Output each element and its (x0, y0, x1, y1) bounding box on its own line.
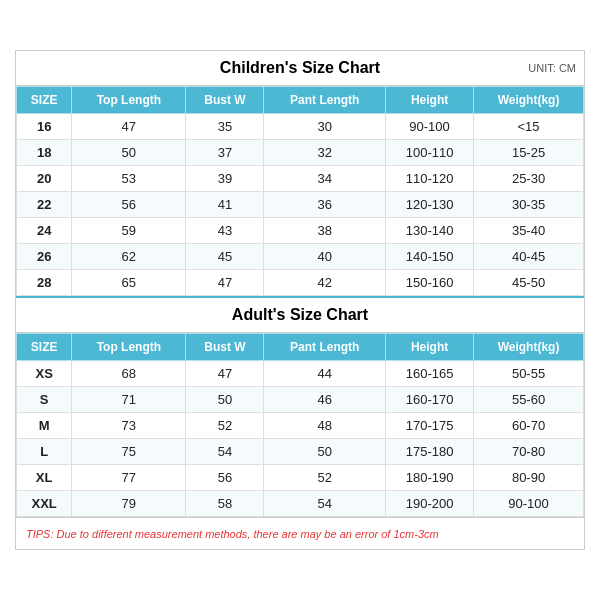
table-cell: 73 (72, 413, 186, 439)
table-cell: 35 (186, 114, 264, 140)
table-cell: 58 (186, 491, 264, 517)
table-cell: 50 (264, 439, 386, 465)
table-cell: 71 (72, 387, 186, 413)
table-cell: 22 (17, 192, 72, 218)
unit-label: UNIT: CM (528, 62, 576, 74)
table-cell: 130-140 (386, 218, 474, 244)
table-cell: 30-35 (474, 192, 584, 218)
table-cell: 41 (186, 192, 264, 218)
table-cell: 40 (264, 244, 386, 270)
adult-data-row: XXL795854190-20090-100 (17, 491, 584, 517)
table-cell: 28 (17, 270, 72, 296)
children-header-row: SIZETop LengthBust WPant LengthHeightWei… (17, 87, 584, 114)
table-cell: 50 (186, 387, 264, 413)
adult-header-cell: Bust W (186, 334, 264, 361)
table-cell: L (17, 439, 72, 465)
table-cell: 52 (264, 465, 386, 491)
table-cell: 47 (72, 114, 186, 140)
table-cell: 26 (17, 244, 72, 270)
table-cell: 65 (72, 270, 186, 296)
children-header-cell: Height (386, 87, 474, 114)
children-header-cell: Weight(kg) (474, 87, 584, 114)
table-cell: 160-165 (386, 361, 474, 387)
adult-header-cell: Pant Length (264, 334, 386, 361)
table-cell: 35-40 (474, 218, 584, 244)
table-cell: 60-70 (474, 413, 584, 439)
table-cell: 54 (264, 491, 386, 517)
children-data-row: 22564136120-13030-35 (17, 192, 584, 218)
table-cell: 50-55 (474, 361, 584, 387)
table-cell: 16 (17, 114, 72, 140)
children-data-row: 26624540140-15040-45 (17, 244, 584, 270)
table-cell: 30 (264, 114, 386, 140)
table-cell: 70-80 (474, 439, 584, 465)
table-cell: 56 (72, 192, 186, 218)
table-cell: <15 (474, 114, 584, 140)
children-data-row: 1647353090-100<15 (17, 114, 584, 140)
adult-data-row: XL775652180-19080-90 (17, 465, 584, 491)
children-data-row: 24594338130-14035-40 (17, 218, 584, 244)
children-data-row: 18503732100-11015-25 (17, 140, 584, 166)
table-cell: 45-50 (474, 270, 584, 296)
table-cell: 55-60 (474, 387, 584, 413)
table-cell: 59 (72, 218, 186, 244)
table-cell: 38 (264, 218, 386, 244)
children-header-cell: Bust W (186, 87, 264, 114)
table-cell: 43 (186, 218, 264, 244)
table-cell: 62 (72, 244, 186, 270)
table-cell: XS (17, 361, 72, 387)
children-header-cell: Pant Length (264, 87, 386, 114)
table-cell: S (17, 387, 72, 413)
table-cell: 48 (264, 413, 386, 439)
adult-chart-title: Adult's Size Chart (232, 306, 368, 323)
table-cell: XXL (17, 491, 72, 517)
table-cell: 32 (264, 140, 386, 166)
table-cell: 36 (264, 192, 386, 218)
adult-header-cell: Weight(kg) (474, 334, 584, 361)
adult-section-header: Adult's Size Chart (16, 296, 584, 333)
table-cell: 77 (72, 465, 186, 491)
adult-header-cell: SIZE (17, 334, 72, 361)
tips-text: TIPS: Due to different measurement metho… (26, 528, 439, 540)
table-cell: 190-200 (386, 491, 474, 517)
children-header-cell: Top Length (72, 87, 186, 114)
table-cell: 79 (72, 491, 186, 517)
children-data-row: 20533934110-12025-30 (17, 166, 584, 192)
adult-header-cell: Height (386, 334, 474, 361)
tips-row: TIPS: Due to different measurement metho… (16, 517, 584, 549)
children-header-cell: SIZE (17, 87, 72, 114)
table-cell: 56 (186, 465, 264, 491)
adult-header-row: SIZETop LengthBust WPant LengthHeightWei… (17, 334, 584, 361)
adult-header-cell: Top Length (72, 334, 186, 361)
table-cell: XL (17, 465, 72, 491)
table-cell: 47 (186, 361, 264, 387)
table-cell: 47 (186, 270, 264, 296)
table-cell: M (17, 413, 72, 439)
size-chart-container: Children's Size Chart UNIT: CM SIZETop L… (15, 50, 585, 550)
table-cell: 40-45 (474, 244, 584, 270)
adult-data-row: XS684744160-16550-55 (17, 361, 584, 387)
children-data-row: 28654742150-16045-50 (17, 270, 584, 296)
table-cell: 44 (264, 361, 386, 387)
table-cell: 46 (264, 387, 386, 413)
table-cell: 140-150 (386, 244, 474, 270)
table-cell: 52 (186, 413, 264, 439)
table-cell: 25-30 (474, 166, 584, 192)
table-cell: 150-160 (386, 270, 474, 296)
table-cell: 75 (72, 439, 186, 465)
table-cell: 34 (264, 166, 386, 192)
table-cell: 80-90 (474, 465, 584, 491)
table-cell: 180-190 (386, 465, 474, 491)
table-cell: 15-25 (474, 140, 584, 166)
table-cell: 175-180 (386, 439, 474, 465)
table-cell: 160-170 (386, 387, 474, 413)
children-table: SIZETop LengthBust WPant LengthHeightWei… (16, 86, 584, 296)
table-cell: 90-100 (474, 491, 584, 517)
adult-table: SIZETop LengthBust WPant LengthHeightWei… (16, 333, 584, 517)
table-cell: 50 (72, 140, 186, 166)
adult-data-row: S715046160-17055-60 (17, 387, 584, 413)
table-cell: 45 (186, 244, 264, 270)
adult-data-row: M735248170-17560-70 (17, 413, 584, 439)
table-cell: 42 (264, 270, 386, 296)
table-cell: 110-120 (386, 166, 474, 192)
